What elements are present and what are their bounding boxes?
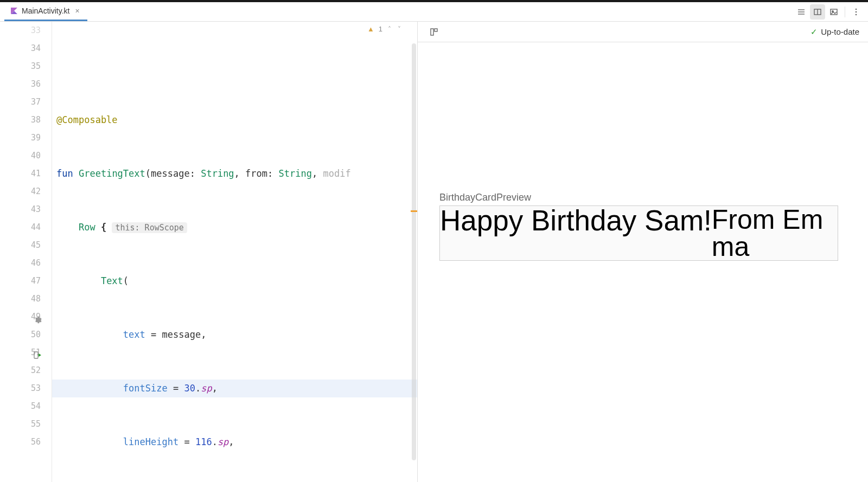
line-number[interactable]: 39 [0, 129, 41, 147]
chevron-up-icon[interactable]: ˄ [387, 25, 392, 33]
line-number[interactable]: 47 [0, 272, 41, 290]
line-number[interactable]: 43 [0, 201, 41, 218]
line-number[interactable]: 33 [0, 22, 41, 40]
line-number[interactable]: 52 [0, 362, 41, 380]
line-number[interactable]: 56 [0, 433, 41, 451]
svg-point-9 [856, 8, 857, 10]
list-view-icon[interactable] [794, 4, 809, 20]
chevron-down-icon[interactable]: ˅ [397, 25, 402, 33]
compose-preview-pane: ✓ Up-to-date BirthdayCardPreview Happy B… [418, 22, 868, 482]
split-view-icon[interactable] [810, 4, 825, 20]
svg-rect-12 [34, 352, 38, 358]
line-number[interactable]: 40 [0, 147, 41, 165]
scroll-marker [411, 210, 417, 212]
preview-name-label: BirthdayCardPreview [439, 192, 846, 203]
line-number[interactable]: 34 [0, 40, 41, 57]
line-number[interactable]: 53 [0, 380, 41, 397]
preview-status: ✓ Up-to-date [810, 27, 859, 37]
line-number[interactable]: 36 [0, 75, 41, 93]
line-number[interactable]: 48 [0, 290, 41, 308]
close-icon[interactable]: × [73, 7, 81, 15]
line-number[interactable]: 44 [0, 218, 41, 236]
line-number[interactable]: 49 [0, 308, 41, 326]
svg-rect-14 [431, 29, 433, 35]
tab-bar: MainActivity.kt × [0, 2, 868, 22]
line-number[interactable]: 51 [0, 344, 41, 362]
line-number-gutter[interactable]: 33 34 35 36 37 38 39 40 41 42 43 44 45 4… [0, 22, 52, 482]
line-number[interactable]: 55 [0, 415, 41, 433]
design-view-icon[interactable] [826, 4, 841, 20]
preview-status-label: Up-to-date [821, 27, 859, 36]
svg-point-11 [856, 14, 857, 15]
file-tab-mainactivity[interactable]: MainActivity.kt × [4, 2, 87, 21]
line-number[interactable]: 35 [0, 57, 41, 75]
code-editor[interactable]: ▲ 1 ˄ ˅ 33 34 35 36 37 38 39 40 41 42 43… [0, 22, 418, 482]
code-area[interactable]: @Composable fun GreetingText(message: St… [52, 22, 417, 482]
svg-rect-15 [435, 29, 437, 31]
line-number[interactable]: 38 [0, 111, 41, 129]
preview-toolbar: ✓ Up-to-date [418, 22, 868, 42]
warning-icon: ▲ [367, 25, 374, 33]
line-number[interactable]: 42 [0, 183, 41, 201]
check-icon: ✓ [810, 27, 818, 37]
kotlin-file-icon [10, 7, 18, 15]
vertical-scrollbar[interactable] [412, 43, 416, 460]
more-options-icon[interactable] [848, 4, 864, 20]
inspection-widget[interactable]: ▲ 1 ˄ ˅ [367, 25, 402, 33]
svg-marker-13 [39, 354, 41, 357]
file-tab-label: MainActivity.kt [22, 7, 69, 15]
greeting-message-text: Happy Birthday Sam! [440, 206, 712, 235]
line-number[interactable]: 41 [0, 165, 41, 183]
line-number[interactable]: 46 [0, 254, 41, 272]
line-number[interactable]: 50 [0, 326, 41, 344]
line-number[interactable]: 54 [0, 397, 41, 415]
warning-count: 1 [379, 25, 382, 33]
layout-options-icon[interactable] [426, 24, 442, 40]
line-number[interactable]: 45 [0, 236, 41, 254]
preview-canvas[interactable]: Happy Birthday Sam! From Emma [439, 205, 838, 261]
line-number[interactable]: 37 [0, 93, 41, 111]
svg-point-10 [856, 11, 857, 12]
greeting-from-text: From Emma [712, 206, 838, 260]
